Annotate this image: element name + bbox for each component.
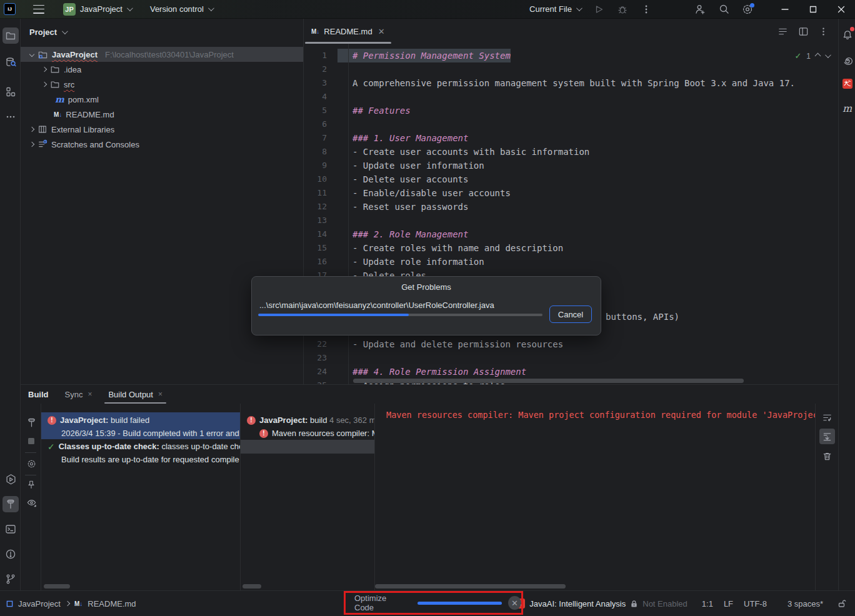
code-line[interactable]: 23 (304, 351, 838, 365)
code-line[interactable]: 8 - Create user accounts with basic info… (304, 145, 838, 159)
code-with-me-icon[interactable] (691, 1, 709, 17)
notifications-bell-icon[interactable] (840, 27, 854, 42)
breadcrumb-file[interactable]: README.md (88, 599, 136, 609)
tree-item-external-libraries[interactable]: External Libraries (21, 122, 303, 137)
build-event-row[interactable]: Build results are up-to-date for request… (41, 453, 240, 466)
code-line[interactable]: 22 - Update and delete permission resour… (304, 337, 838, 351)
tree-item-pom[interactable]: m pom.xml (21, 92, 303, 107)
tree-horizontal-scrollbar[interactable] (44, 584, 70, 589)
more-tool-windows-icon[interactable] (2, 109, 19, 125)
build-event-row[interactable]: 2026/3/4 15:39 - Build completed with 1 … (41, 427, 240, 440)
javaai-widget[interactable]: JavaAI: Intelligent Analysis Not Enabled (515, 599, 687, 609)
project-widget[interactable]: JP JavaProject (59, 1, 135, 18)
settings-gear-icon[interactable] (738, 1, 757, 17)
tab-close-icon[interactable]: ✕ (378, 27, 385, 36)
build-event-row[interactable]: ✓ Classes up-to-date check: classes up-t… (41, 440, 240, 453)
editor-horizontal-scrollbar[interactable] (353, 379, 744, 383)
split-editor-icon[interactable] (798, 26, 809, 37)
run-button[interactable] (589, 1, 608, 17)
git-branch-icon[interactable] (2, 571, 19, 587)
debug-button[interactable] (613, 1, 632, 17)
build-tool-icon[interactable] (2, 496, 19, 512)
ai-assistant-icon[interactable] (840, 52, 854, 67)
code-line[interactable]: 4 (304, 90, 838, 104)
code-line[interactable]: 16 - Update role information (304, 255, 838, 269)
tab-close-icon[interactable]: × (158, 390, 162, 399)
stop-build-icon[interactable] (24, 434, 39, 449)
services-tool-icon[interactable] (2, 471, 19, 487)
tree-horizontal-scrollbar[interactable] (242, 584, 261, 589)
cancel-process-icon[interactable]: ✕ (508, 596, 521, 610)
code-line[interactable]: 14 ### 2. Role Management (304, 227, 838, 241)
code-line[interactable]: 15 - Create roles with name and descript… (304, 241, 838, 255)
rerun-build-icon[interactable] (24, 415, 39, 430)
minimize-button[interactable] (771, 0, 799, 18)
tree-item-src[interactable]: src (21, 77, 303, 92)
build-panel-title[interactable]: Build (28, 390, 49, 399)
tree-item-scratches[interactable]: Scratches and Consoles (21, 137, 303, 152)
code-line[interactable]: 1 # Permission Management System (304, 49, 838, 62)
maximize-button[interactable] (799, 0, 827, 18)
tree-item-javaproject[interactable]: JavaProject F:\localhost\test030401\Java… (21, 47, 303, 62)
indent-widget[interactable]: 3 spaces* (788, 599, 823, 609)
build-output-row[interactable]: ! Maven resources compiler: M (241, 427, 374, 440)
line-separator-widget[interactable]: LF (724, 599, 733, 609)
editor-more-icon[interactable] (819, 27, 828, 36)
code-line[interactable]: 24 ### 4. Role Permission Assignment (304, 365, 838, 379)
code-line[interactable]: 12 - Reset user passwords (304, 200, 838, 214)
line-number: 23 (304, 351, 338, 365)
code-line[interactable]: 10 - Delete user accounts (304, 172, 838, 186)
search-everywhere-icon[interactable] (714, 1, 733, 17)
pin-tab-icon[interactable] (24, 477, 39, 492)
soft-wrap-icon[interactable] (819, 410, 835, 425)
database-search-icon[interactable] (2, 54, 19, 70)
prev-problem-icon[interactable] (815, 53, 821, 59)
tab-build-output[interactable]: Build Output × (108, 385, 162, 404)
maven-tool-icon[interactable]: m (840, 101, 854, 116)
tab-close-icon[interactable]: × (88, 390, 92, 399)
encoding-widget[interactable]: UTF-8 (744, 599, 767, 609)
line-number: 15 (304, 241, 338, 255)
tab-readme[interactable]: M↓ README.md ✕ (304, 19, 392, 44)
cancel-button[interactable]: Cancel (549, 306, 592, 323)
project-tool-icon[interactable] (2, 27, 19, 44)
build-console[interactable]: Maven resources compiler: Maven project … (375, 404, 838, 590)
structure-tool-icon[interactable] (2, 84, 19, 100)
view-options-eye-icon[interactable] (24, 495, 39, 510)
more-actions-icon[interactable] (637, 1, 656, 17)
code-line[interactable]: 5 ## Features (304, 104, 838, 117)
run-configuration-selector[interactable]: Current File (526, 2, 584, 16)
caret-position-widget[interactable]: 1:1 (702, 599, 713, 609)
code-line[interactable]: 9 - Update user information (304, 159, 838, 172)
clear-all-trash-icon[interactable] (819, 449, 835, 464)
preview-layout-icon[interactable] (778, 26, 788, 37)
unlock-icon[interactable] (838, 599, 846, 608)
breadcrumb-project[interactable]: JavaProject (18, 599, 61, 609)
line-number: 4 (304, 90, 338, 104)
console-horizontal-scrollbar[interactable] (375, 584, 566, 589)
code-line[interactable]: 2 (304, 62, 838, 76)
main-menu-icon[interactable] (33, 5, 44, 14)
code-line[interactable]: 6 (304, 117, 838, 131)
build-settings-gear-icon[interactable] (24, 456, 39, 471)
build-event-row[interactable]: ! JavaProject: build failed (41, 414, 240, 427)
inspection-widget[interactable]: ✓ 1 (794, 51, 829, 61)
project-panel-header[interactable]: Project (21, 19, 303, 41)
code-line[interactable]: 7 ### 1. User Management (304, 131, 838, 145)
code-line[interactable]: 3 A comprehensive permission management … (304, 76, 838, 90)
optimize-code-progress-widget[interactable]: Optimize Code ✕ (346, 593, 521, 613)
build-output-row[interactable]: ! JavaProject: build 4 sec, 362 ms (241, 414, 374, 427)
code-line[interactable]: 13 (304, 214, 838, 227)
javaai-plugin-icon[interactable] (840, 76, 854, 91)
tree-item-readme[interactable]: M↓ README.md (21, 107, 303, 122)
scroll-to-end-icon[interactable] (819, 429, 835, 444)
console-actions (815, 404, 838, 590)
markdown-file-icon: M↓ (311, 28, 319, 35)
close-window-button[interactable] (827, 0, 855, 18)
version-control-widget[interactable]: Version control (146, 2, 216, 16)
terminal-tool-icon[interactable] (2, 521, 19, 537)
problems-tool-icon[interactable] (2, 546, 19, 562)
tree-item-idea[interactable]: .idea (21, 62, 303, 77)
code-line[interactable]: 11 - Enable/disable user accounts (304, 186, 838, 200)
tab-sync[interactable]: Sync × (65, 385, 92, 404)
